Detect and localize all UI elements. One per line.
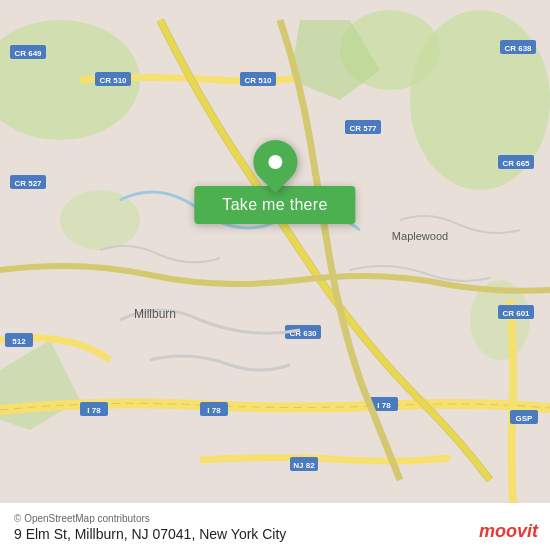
moovit-logo: moovit — [479, 521, 538, 542]
svg-text:CR 665: CR 665 — [502, 159, 530, 168]
svg-text:GSP: GSP — [516, 414, 534, 423]
svg-text:Maplewood: Maplewood — [392, 230, 448, 242]
map-background: I 78 I 78 I 78 NJ 82 GSP 512 CR 510 CR 5… — [0, 0, 550, 550]
svg-text:CR 510: CR 510 — [244, 76, 272, 85]
bottom-bar: © OpenStreetMap contributors 9 Elm St, M… — [0, 503, 550, 550]
osm-credit: © OpenStreetMap contributors — [14, 513, 536, 524]
svg-text:NJ 82: NJ 82 — [293, 461, 315, 470]
svg-text:I 78: I 78 — [377, 401, 391, 410]
moovit-brand-name: moovit — [479, 521, 538, 542]
svg-point-5 — [60, 190, 140, 250]
map-container: I 78 I 78 I 78 NJ 82 GSP 512 CR 510 CR 5… — [0, 0, 550, 550]
svg-text:CR 601: CR 601 — [502, 309, 530, 318]
svg-text:CR 577: CR 577 — [349, 124, 377, 133]
svg-text:I 78: I 78 — [87, 406, 101, 415]
svg-text:Millburn: Millburn — [134, 307, 176, 321]
svg-text:CR 638: CR 638 — [504, 44, 532, 53]
svg-text:I 78: I 78 — [207, 406, 221, 415]
button-overlay: Take me there — [194, 140, 355, 224]
svg-text:CR 527: CR 527 — [14, 179, 42, 188]
address-text: 9 Elm St, Millburn, NJ 07041, New York C… — [14, 526, 536, 542]
svg-text:CR 510: CR 510 — [99, 76, 127, 85]
svg-text:512: 512 — [12, 337, 26, 346]
location-pin-icon — [244, 131, 306, 193]
svg-text:CR 649: CR 649 — [14, 49, 42, 58]
